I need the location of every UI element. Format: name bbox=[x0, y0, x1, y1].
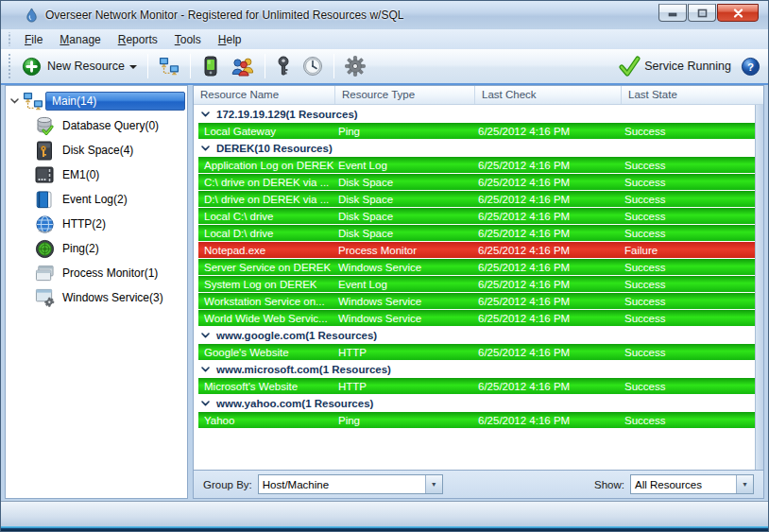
cell-state: Success bbox=[622, 347, 755, 358]
table-row[interactable]: C:\ drive on DEREK via ...Disk Space6/25… bbox=[198, 174, 755, 190]
cell-name: D:\ drive on DEREK via ... bbox=[198, 194, 335, 205]
cell-check: 6/25/2012 4:16 PM bbox=[475, 313, 622, 324]
group-collapse-icon[interactable] bbox=[201, 333, 210, 338]
show-select[interactable]: All Resources ▼ bbox=[630, 474, 754, 494]
group-row-www-google-com-1-resources[interactable]: www.google.com(1 Resources) bbox=[194, 327, 763, 344]
cell-state: Success bbox=[622, 313, 755, 324]
cell-name: Local D:\ drive bbox=[198, 228, 335, 239]
menu-item-help[interactable]: Help bbox=[210, 31, 250, 48]
manage-resources-button[interactable] bbox=[153, 52, 185, 80]
minimize-icon bbox=[668, 9, 677, 17]
vertical-scrollbar[interactable] bbox=[755, 105, 763, 470]
cell-check: 6/25/2012 4:16 PM bbox=[475, 160, 622, 171]
cell-name: Yahoo bbox=[198, 415, 335, 426]
group-row-www-microsoft-com-1-resources[interactable]: www.microsoft.com(1 Resources) bbox=[194, 361, 763, 378]
column-header-last-state[interactable]: Last State bbox=[622, 86, 763, 104]
cell-state: Success bbox=[622, 211, 755, 222]
column-header-last-check[interactable]: Last Check bbox=[475, 86, 622, 104]
disk-icon bbox=[34, 141, 55, 160]
table-row[interactable]: System Log on DEREKEvent Log6/25/2012 4:… bbox=[198, 276, 755, 292]
check-icon bbox=[618, 56, 641, 77]
table-row[interactable]: Microsoft's WebsiteHTTP6/25/2012 4:16 PM… bbox=[198, 378, 755, 394]
credentials-button[interactable] bbox=[270, 52, 297, 80]
toolbar-separator bbox=[265, 54, 265, 78]
cell-type: Disk Space bbox=[335, 194, 475, 205]
table-row[interactable]: Google's WebsiteHTTP6/25/2012 4:16 PMSuc… bbox=[198, 344, 755, 360]
cell-state: Success bbox=[622, 262, 755, 273]
help-icon[interactable]: ? bbox=[741, 57, 760, 77]
users-button[interactable] bbox=[226, 52, 260, 80]
sidebar-item-em1-0[interactable]: EM1(0) bbox=[6, 163, 187, 187]
table-row[interactable]: Local GatewayPing6/25/2012 4:16 PMSucces… bbox=[198, 123, 755, 139]
schedule-button[interactable] bbox=[297, 52, 329, 80]
cell-type: Windows Service bbox=[335, 262, 475, 273]
menu-item-manage[interactable]: Manage bbox=[51, 31, 109, 48]
sidebar-item-label: EM1(0) bbox=[57, 165, 105, 184]
resource-grid-panel: Resource NameResource TypeLast CheckLast… bbox=[193, 85, 764, 499]
menu-item-tools[interactable]: Tools bbox=[166, 31, 210, 48]
menubar-grip[interactable] bbox=[7, 32, 12, 46]
cell-state: Success bbox=[622, 279, 755, 290]
sidebar-item-database-query-0[interactable]: Database Query(0) bbox=[6, 113, 187, 138]
cell-state: Success bbox=[622, 228, 755, 239]
group-row-172-19-19-129-1-resources[interactable]: 172.19.19.129(1 Resources) bbox=[194, 106, 763, 123]
title-bar[interactable]: Overseer Network Monitor - Registered fo… bbox=[1, 1, 768, 29]
window-bottom-edge bbox=[1, 526, 768, 531]
users-icon bbox=[231, 56, 254, 77]
group-row-derek-10-resources[interactable]: DEREK(10 Resources) bbox=[194, 140, 763, 157]
table-row[interactable]: Local C:\ driveDisk Space6/25/2012 4:16 … bbox=[198, 208, 755, 224]
group-row-www-yahoo-com-1-resources[interactable]: www.yahoo.com(1 Resources) bbox=[194, 395, 763, 412]
sidebar-item-label: Windows Service(3) bbox=[57, 288, 169, 307]
group-by-label: Group By: bbox=[203, 479, 252, 490]
toolbar-separator bbox=[333, 54, 334, 78]
group-label: www.google.com(1 Resources) bbox=[216, 330, 377, 341]
table-row[interactable]: YahooPing6/25/2012 4:16 PMSuccess bbox=[198, 412, 755, 428]
sidebar-item-windows-service-3[interactable]: Windows Service(3) bbox=[6, 285, 187, 310]
app-window: Overseer Network Monitor - Registered fo… bbox=[0, 0, 769, 532]
sidebar-item-ping-2[interactable]: Ping(2) bbox=[6, 236, 187, 261]
chevron-down-icon[interactable]: ▼ bbox=[736, 475, 753, 493]
new-resource-button[interactable]: New Resource bbox=[16, 52, 143, 80]
group-collapse-icon[interactable] bbox=[201, 146, 210, 151]
group-collapse-icon[interactable] bbox=[201, 367, 210, 372]
cell-name: Server Service on DEREK bbox=[198, 262, 335, 273]
maximize-button[interactable] bbox=[688, 4, 716, 22]
settings-button[interactable] bbox=[339, 52, 371, 80]
service-status-label: Service Running bbox=[644, 60, 731, 73]
column-header-resource-name[interactable]: Resource Name bbox=[194, 86, 335, 104]
table-row[interactable]: Local D:\ driveDisk Space6/25/2012 4:16 … bbox=[198, 225, 755, 241]
cell-state: Success bbox=[622, 194, 755, 205]
cell-check: 6/25/2012 4:16 PM bbox=[475, 126, 622, 137]
table-row[interactable]: D:\ drive on DEREK via ...Disk Space6/25… bbox=[198, 191, 755, 207]
menu-item-reports[interactable]: Reports bbox=[110, 31, 166, 48]
chevron-down-icon[interactable]: ▼ bbox=[425, 475, 442, 493]
cell-type: Ping bbox=[335, 415, 475, 426]
notifications-button[interactable] bbox=[196, 52, 226, 80]
tree-expander-icon[interactable] bbox=[6, 98, 23, 104]
service-status: Service Running ? bbox=[618, 56, 760, 77]
sidebar-item-process-monitor-1[interactable]: Process Monitor(1) bbox=[6, 261, 187, 285]
group-by-select[interactable]: Host/Machine ▼ bbox=[258, 474, 443, 494]
table-row[interactable]: World Wide Web Servic...Windows Service6… bbox=[198, 310, 755, 326]
cell-state: Success bbox=[622, 126, 755, 137]
cell-state: Success bbox=[622, 177, 755, 188]
table-row[interactable]: Notepad.exeProcess Monitor6/25/2012 4:16… bbox=[198, 242, 755, 258]
table-row[interactable]: Application Log on DEREKEvent Log6/25/20… bbox=[198, 157, 755, 173]
close-button[interactable] bbox=[717, 4, 759, 22]
sidebar-item-disk-space-4[interactable]: Disk Space(4) bbox=[6, 138, 187, 163]
group-collapse-icon[interactable] bbox=[201, 401, 210, 406]
sidebar-item-main-14[interactable]: Main(14) bbox=[6, 89, 187, 113]
table-row[interactable]: Server Service on DEREKWindows Service6/… bbox=[198, 259, 755, 275]
sidebar-item-http-2[interactable]: HTTP(2) bbox=[6, 212, 187, 236]
group-collapse-icon[interactable] bbox=[201, 112, 210, 117]
status-bar bbox=[1, 501, 768, 526]
menu-item-file[interactable]: File bbox=[16, 31, 51, 48]
sidebar-item-event-log-2[interactable]: Event Log(2) bbox=[6, 187, 187, 212]
cell-type: Windows Service bbox=[335, 313, 475, 324]
table-row[interactable]: Workstation Service on...Windows Service… bbox=[198, 293, 755, 309]
column-header-resource-type[interactable]: Resource Type bbox=[335, 86, 475, 104]
cell-state: Failure bbox=[622, 245, 755, 256]
toolbar-grip[interactable] bbox=[7, 52, 12, 80]
cell-check: 6/25/2012 4:16 PM bbox=[475, 245, 622, 256]
minimize-button[interactable] bbox=[658, 4, 687, 22]
